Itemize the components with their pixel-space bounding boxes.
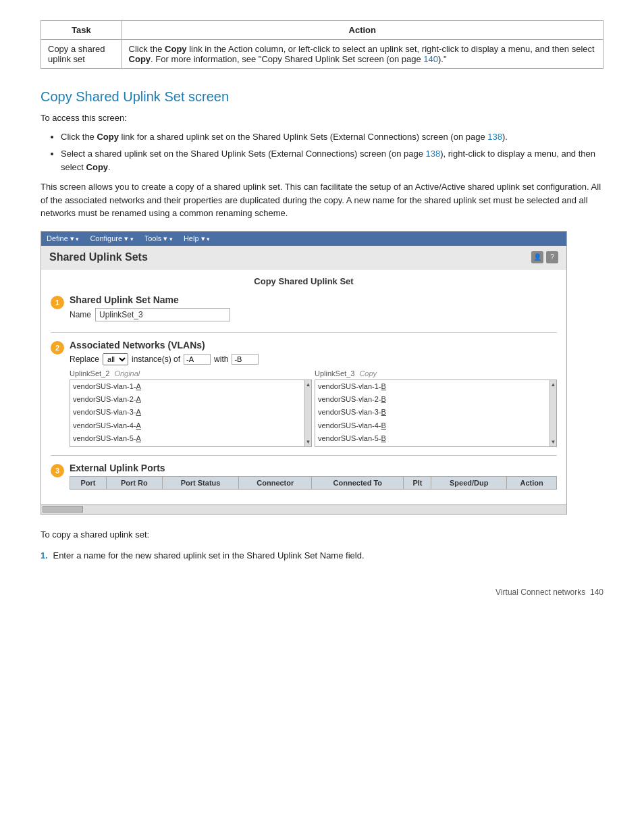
value-a-input[interactable]: [184, 354, 211, 365]
step1-num: 1.: [41, 550, 48, 561]
title-icons: 👤 ?: [531, 251, 558, 263]
copy-bold-1: Copy: [165, 44, 187, 54]
original-label: UplinkSet_2: [70, 369, 109, 377]
name-label: Name: [70, 310, 91, 319]
original-col: UplinkSet_2 Original vendorSUS-vlan-1-A …: [70, 369, 312, 447]
original-scrollbar[interactable]: [304, 380, 311, 446]
list-item: vendorSUS-vlan-2-A: [70, 393, 311, 406]
section-heading: Copy Shared Uplink Set screen: [41, 89, 603, 105]
ext-uplink-table: Port Port Ro Port Status Connector Conne…: [70, 476, 557, 490]
step2-title: Associated Networks (VLANs): [70, 340, 557, 350]
list-item: vendorSUS-vlan-6-B: [315, 445, 556, 446]
table-row: Copy a shared uplink set Click the Copy …: [41, 40, 603, 69]
step2-section: 2 Associated Networks (VLANs) Replace al…: [51, 340, 557, 447]
user-icon[interactable]: 👤: [531, 251, 543, 263]
vlan-columns: UplinkSet_2 Original vendorSUS-vlan-1-A …: [70, 369, 557, 447]
list-item: vendorSUS-vlan-4-B: [315, 419, 556, 432]
horiz-scrollbar[interactable]: [41, 504, 566, 514]
step3-circle: 3: [51, 464, 64, 477]
col-port-status: Port Status: [162, 476, 239, 489]
footer-text: Virtual Connect networks: [495, 588, 585, 597]
bullet-item-1: Click the Copy link for a shared uplink …: [61, 130, 603, 144]
replace-select[interactable]: all: [103, 353, 128, 365]
horiz-scroll-thumb[interactable]: [43, 506, 83, 513]
name-row: Name: [70, 308, 557, 321]
step1-instruction-text: Enter a name for the new shared uplink s…: [53, 550, 364, 561]
step3-content: External Uplink Ports Port Port Ro Port …: [70, 463, 557, 490]
page-link-138a[interactable]: 138: [487, 132, 502, 142]
step3-title: External Uplink Ports: [70, 463, 557, 473]
step1-circle: 1: [51, 296, 64, 309]
bullet-list: Click the Copy link for a shared uplink …: [61, 130, 603, 174]
menu-help[interactable]: Help ▾: [184, 234, 210, 243]
step2-content: Associated Networks (VLANs) Replace all …: [70, 340, 557, 447]
body-paragraph: This screen allows you to create a copy …: [41, 180, 603, 220]
list-item: vendorSUS-vlan-5-B: [315, 432, 556, 445]
bullet-item-2: Select a shared uplink set on the Shared…: [61, 147, 603, 174]
col-plt: Plt: [404, 476, 431, 489]
instructions-intro: To copy a shared uplink set:: [41, 528, 603, 542]
replace-label: Replace: [70, 355, 99, 364]
original-list-box: vendorSUS-vlan-1-A vendorSUS-vlan-2-A ve…: [70, 380, 312, 447]
separator-2: [51, 455, 557, 456]
copy-col: UplinkSet_3 Copy vendorSUS-vlan-1-B vend…: [315, 369, 557, 447]
app-screenshot: Define ▾ Configure ▾ Tools ▾ Help ▾ Shar…: [41, 231, 567, 515]
page-link-140[interactable]: 140: [423, 54, 438, 64]
list-item: vendorSUS-vlan-3-A: [70, 406, 311, 419]
copy-sub: Copy: [359, 369, 377, 377]
copy-bold-2: Copy: [129, 54, 151, 64]
step2-circle: 2: [51, 341, 64, 355]
menu-bar: Define ▾ Configure ▾ Tools ▾ Help ▾: [41, 232, 566, 246]
instance-of-label: instance(s) of: [132, 355, 180, 364]
step1-title: Shared Uplink Set Name: [70, 294, 557, 305]
list-item: vendorSUS-vlan-1-A: [70, 380, 311, 393]
menu-configure[interactable]: Configure ▾: [90, 234, 133, 243]
name-input[interactable]: [95, 308, 230, 321]
footer-page: 140: [590, 588, 603, 597]
copy-bold-b2: Copy: [86, 162, 109, 172]
copy-label: UplinkSet_3: [315, 369, 354, 377]
menu-define[interactable]: Define ▾: [47, 234, 79, 243]
replace-row: Replace all instance(s) of with: [70, 353, 557, 365]
app-title: Shared Uplink Sets: [49, 251, 148, 263]
help-icon[interactable]: ?: [546, 251, 558, 263]
step1-section: 1 Shared Uplink Set Name Name: [51, 294, 557, 324]
intro-text: To access this screen:: [41, 111, 603, 125]
with-label: with: [214, 355, 228, 364]
action-col-header: Action: [122, 21, 603, 40]
main-content: Copy Shared Uplink Set 1 Shared Uplink S…: [41, 269, 566, 504]
list-item: vendorSUS-vlan-4-A: [70, 419, 311, 432]
panel-header: Copy Shared Uplink Set: [51, 276, 557, 286]
copy-scrollbar[interactable]: [549, 380, 556, 446]
copy-bold-b1: Copy: [97, 132, 119, 142]
title-bar: Shared Uplink Sets 👤 ?: [41, 246, 566, 269]
step3-section: 3 External Uplink Ports Port Port Ro Por…: [51, 463, 557, 490]
original-sub: Original: [114, 369, 140, 377]
page-footer: Virtual Connect networks 140: [41, 588, 603, 597]
task-action-table: Task Action Copy a shared uplink set Cli…: [41, 20, 603, 69]
col-connector: Connector: [239, 476, 312, 489]
list-item: vendorSUS-vlan-1-B: [315, 380, 556, 393]
list-item: vendorSUS-vlan-6-A: [70, 445, 311, 446]
page-link-138b[interactable]: 138: [426, 149, 441, 159]
separator-1: [51, 332, 557, 333]
task-col-header: Task: [41, 21, 122, 40]
col-speed-dup: Speed/Dup: [431, 476, 507, 489]
action-cell: Click the Copy link in the Action column…: [122, 40, 603, 69]
menu-tools[interactable]: Tools ▾: [144, 234, 173, 243]
step-instruction-1: 1. Enter a name for the new shared uplin…: [41, 550, 603, 561]
task-cell: Copy a shared uplink set: [41, 40, 122, 69]
col-action: Action: [507, 476, 557, 489]
col-connected-to: Connected To: [312, 476, 404, 489]
col-port-ro: Port Ro: [106, 476, 162, 489]
value-b-input[interactable]: [232, 354, 259, 365]
list-item: vendorSUS-vlan-5-A: [70, 432, 311, 445]
list-item: vendorSUS-vlan-3-B: [315, 406, 556, 419]
copy-list-box: vendorSUS-vlan-1-B vendorSUS-vlan-2-B ve…: [315, 380, 557, 447]
original-col-header: UplinkSet_2 Original: [70, 369, 312, 377]
copy-col-header: UplinkSet_3 Copy: [315, 369, 557, 377]
col-port: Port: [70, 476, 107, 489]
step1-content: Shared Uplink Set Name Name: [70, 294, 557, 324]
list-item: vendorSUS-vlan-2-B: [315, 393, 556, 406]
